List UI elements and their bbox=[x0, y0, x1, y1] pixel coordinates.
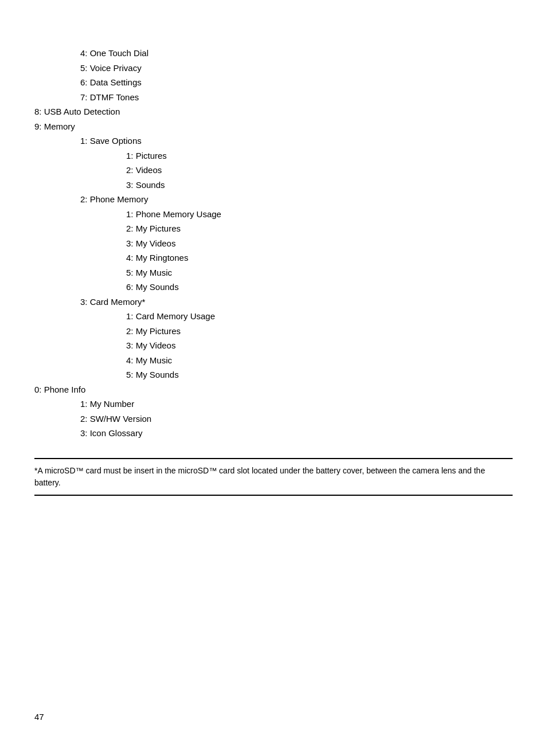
menu-item: 4: My Music bbox=[126, 353, 513, 368]
menu-item: 3: Icon Glossary bbox=[80, 426, 513, 441]
menu-item: 2: SW/HW Version bbox=[80, 412, 513, 426]
menu-item: 2: Videos bbox=[126, 163, 513, 178]
menu-item: 9: Memory bbox=[34, 119, 513, 134]
page-number: 47 bbox=[34, 712, 44, 722]
menu-item: 3: Card Memory* bbox=[80, 295, 513, 310]
menu-item: 4: My Ringtones bbox=[126, 250, 513, 265]
menu-item: 0: Phone Info bbox=[34, 382, 513, 397]
menu-item: 5: My Music bbox=[126, 265, 513, 280]
menu-item: 1: Phone Memory Usage bbox=[126, 207, 513, 222]
menu-item: 6: My Sounds bbox=[126, 280, 513, 295]
footnote-divider-top bbox=[34, 458, 513, 459]
menu-item: 4: One Touch Dial bbox=[80, 46, 513, 61]
menu-item: 2: My Pictures bbox=[126, 324, 513, 339]
menu-item: 1: Card Memory Usage bbox=[126, 309, 513, 324]
page-content: 4: One Touch Dial5: Voice Privacy6: Data… bbox=[0, 0, 547, 530]
menu-item: 6: Data Settings bbox=[80, 75, 513, 90]
menu-item: 3: Sounds bbox=[126, 178, 513, 193]
menu-item: 1: Pictures bbox=[126, 148, 513, 163]
menu-item: 2: Phone Memory bbox=[80, 192, 513, 207]
menu-item: 5: Voice Privacy bbox=[80, 61, 513, 76]
menu-item: 3: My Videos bbox=[126, 338, 513, 353]
menu-item: 3: My Videos bbox=[126, 236, 513, 251]
menu-item: 1: Save Options bbox=[80, 134, 513, 148]
footnote-divider-bottom bbox=[34, 495, 513, 496]
footnote-text: *A microSD™ card must be insert in the m… bbox=[34, 463, 513, 491]
menu-item: 7: DTMF Tones bbox=[80, 90, 513, 105]
menu-item: 8: USB Auto Detection bbox=[34, 104, 513, 119]
menu-item: 2: My Pictures bbox=[126, 221, 513, 236]
menu-item: 1: My Number bbox=[80, 397, 513, 412]
menu-item: 5: My Sounds bbox=[126, 367, 513, 382]
menu-list: 4: One Touch Dial5: Voice Privacy6: Data… bbox=[34, 46, 513, 441]
